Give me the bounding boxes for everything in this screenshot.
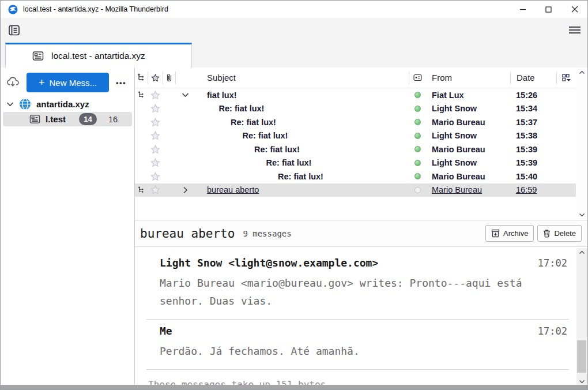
thread-icon (135, 183, 148, 197)
attachment-cell (163, 170, 175, 183)
get-messages-icon[interactable] (6, 76, 21, 89)
thread-twisty[interactable] (175, 156, 195, 170)
tab-mail[interactable]: local.test - antartida.xyz (5, 43, 192, 68)
folder-pane-options-icon[interactable]: ••• (116, 78, 126, 87)
message-list-row[interactable]: Re: fiat lux! Light Snow 15:38 (135, 129, 576, 143)
from-cell: Light Snow (426, 129, 510, 143)
subject-cell: Re: fiat lux! (195, 115, 409, 129)
attachment-cell (163, 142, 175, 156)
column-header-date[interactable]: Date (510, 72, 556, 84)
read-status-dot[interactable] (409, 115, 426, 129)
message-list-row[interactable]: Re: fiat lux! Mario Bureau 15:39 (135, 142, 576, 156)
new-message-label: New Mess... (50, 78, 97, 88)
row-end-spacer (556, 142, 576, 156)
thread-icon (135, 102, 148, 116)
minimize-button[interactable] (510, 1, 536, 18)
delete-button[interactable]: Delete (537, 225, 582, 242)
scroll-up-icon (579, 70, 585, 74)
star-column-icon[interactable] (148, 72, 163, 84)
message-list-row[interactable]: Re: fiat lux! Light Snow 15:34 (135, 102, 576, 116)
column-picker-icon[interactable] (556, 72, 576, 84)
scrollbar-thumb[interactable] (577, 340, 586, 373)
read-status-dot[interactable] (409, 88, 426, 102)
spaces-toggle-icon[interactable] (7, 24, 21, 37)
thread-twisty[interactable] (175, 88, 195, 102)
app-menu-icon[interactable] (569, 26, 581, 34)
message-body: Perdão. Já fechamos. Até amanhã. (160, 342, 547, 360)
row-end-spacer (556, 183, 576, 197)
message-list-row[interactable]: Re: fiat lux! Mario Bureau 15:37 (135, 115, 576, 129)
thread-twisty[interactable] (175, 170, 195, 183)
from-cell: Light Snow (426, 102, 510, 116)
star-toggle[interactable] (148, 156, 163, 170)
account-name: antartida.xyz (36, 99, 89, 109)
attachment-cell (163, 88, 175, 102)
window-title: local.test - antartida.xyz - Mozilla Thu… (23, 5, 510, 13)
message-list-row[interactable]: Re: fiat lux! Mario Bureau 15:40 (135, 170, 576, 183)
unified-toolbar (1, 18, 587, 42)
archive-button[interactable]: Archive (485, 225, 534, 242)
thread-icon (135, 142, 148, 156)
thread-twisty[interactable] (175, 102, 195, 116)
attachment-cell (163, 183, 175, 197)
message-sender[interactable]: Me (160, 325, 538, 337)
maximize-button[interactable] (536, 1, 561, 18)
message-list-row[interactable]: bureau aberto Mario Bureau 16:59 (135, 183, 576, 197)
date-cell: 15:39 (510, 156, 556, 170)
thread-twisty[interactable] (175, 129, 195, 143)
read-status-dot[interactable] (409, 156, 426, 170)
close-button[interactable] (561, 1, 587, 18)
read-status-dot[interactable] (409, 183, 426, 197)
subject-cell: fiat lux! (195, 88, 409, 102)
message-body: Mario Bureau <mario@bureau.gov> writes: … (160, 274, 547, 310)
newsgroup-icon (29, 114, 40, 124)
folder-row-ltest[interactable]: l.test 14 16 (3, 112, 132, 126)
subject-cell: bureau aberto (195, 183, 409, 197)
subject-cell: Re: fiat lux! (195, 129, 409, 143)
conversation-count: 9 messages (243, 229, 485, 238)
star-toggle[interactable] (148, 183, 163, 197)
thread-list-scrollbar[interactable] (576, 69, 587, 219)
star-toggle[interactable] (148, 115, 163, 129)
read-status-dot[interactable] (409, 102, 426, 116)
column-header-from[interactable]: From (426, 72, 510, 84)
reader-scrollbar[interactable] (576, 248, 587, 386)
chevron-down-icon[interactable] (6, 102, 14, 107)
account-row[interactable]: antartida.xyz (1, 96, 134, 111)
messages-size-note: These messages take up 151 bytes. (135, 370, 587, 386)
thread-twisty[interactable] (175, 183, 195, 197)
attachment-cell (163, 102, 175, 116)
thread-twisty[interactable] (175, 142, 195, 156)
row-end-spacer (556, 88, 576, 102)
trash-icon (543, 229, 551, 238)
star-toggle[interactable] (148, 88, 163, 102)
star-toggle[interactable] (148, 102, 163, 116)
message-list-row[interactable]: fiat lux! Fiat Lux 15:26 (135, 88, 576, 102)
attachment-column-icon[interactable] (163, 72, 175, 84)
subject-cell: Re: fiat lux! (195, 142, 409, 156)
date-cell: 15:37 (510, 115, 556, 129)
thread-pane: Subject From Date (135, 68, 587, 220)
star-toggle[interactable] (148, 129, 163, 143)
star-toggle[interactable] (148, 142, 163, 156)
message-time: 17:02 (538, 325, 567, 337)
date-cell: 15:26 (510, 88, 556, 102)
read-status-dot[interactable] (409, 170, 426, 183)
scroll-down-icon (579, 380, 585, 384)
thread-column-icon[interactable] (135, 72, 148, 84)
read-status-column-icon[interactable] (409, 72, 426, 84)
message-item[interactable]: Light Snow <light@snow.example.com> 17:0… (146, 252, 569, 320)
read-status-dot[interactable] (409, 129, 426, 143)
read-status-dot[interactable] (409, 142, 426, 156)
message-sender[interactable]: Light Snow <light@snow.example.com> (160, 257, 538, 269)
star-toggle[interactable] (148, 170, 163, 183)
tab-label: local.test - antartida.xyz (51, 51, 145, 61)
thread-twisty[interactable] (175, 115, 195, 129)
date-cell: 15:39 (510, 142, 556, 156)
new-message-button[interactable]: + New Mess... (27, 73, 109, 92)
twisty-column (175, 72, 195, 84)
message-thread: Light Snow <light@snow.example.com> 17:0… (146, 247, 569, 370)
column-header-subject[interactable]: Subject (195, 72, 409, 84)
message-item[interactable]: Me 17:02 Perdão. Já fechamos. Até amanhã… (146, 320, 569, 370)
message-list-row[interactable]: Re: fiat lux! Light Snow 15:39 (135, 156, 576, 170)
